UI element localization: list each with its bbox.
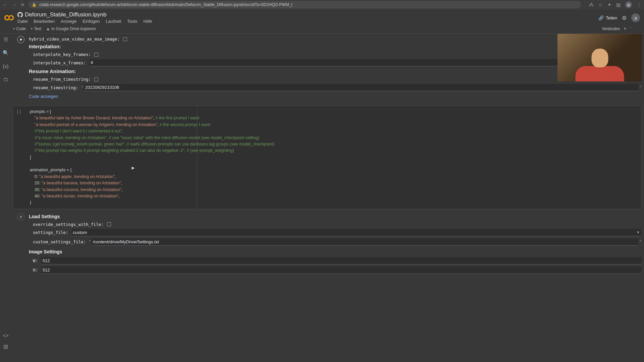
connect-chevron-icon[interactable]: ▼ — [623, 27, 627, 31]
connect-button[interactable]: Verbinden — [602, 26, 620, 31]
custom-settings-file-label: custom_settings_file: — [33, 239, 86, 244]
w-label: W: — [33, 258, 38, 263]
quote-open: " — [89, 239, 91, 244]
quote-close: " — [640, 85, 641, 90]
menu-datei[interactable]: Datei — [17, 19, 28, 24]
share-icon: 🔗 — [598, 15, 604, 20]
translate-icon[interactable]: ⁂ — [589, 2, 594, 7]
forward-icon[interactable]: → — [12, 2, 17, 7]
override-settings-label: override_settings_with_file: — [33, 222, 104, 227]
resume-heading: Resume Animation: — [29, 68, 641, 74]
resume-from-timestring-checkbox[interactable] — [94, 77, 98, 81]
add-code-button[interactable]: + Code — [13, 26, 26, 31]
override-settings-checkbox[interactable] — [107, 222, 111, 226]
folder-icon[interactable]: 🗀 — [3, 76, 8, 82]
share-button[interactable]: 🔗 Teilen — [598, 15, 617, 20]
chevron-down-icon: ▼ — [636, 230, 640, 234]
code-content[interactable]: prompts = [ "a beautiful lake by Asher B… — [30, 109, 637, 206]
h-input[interactable] — [41, 266, 641, 274]
sidebar: ☰ 🔍 {x} 🗀 <> ▤ — [0, 34, 11, 353]
menu-icon[interactable]: ⋮ — [637, 2, 641, 7]
code-ruler — [197, 106, 197, 209]
notebook-content[interactable]: hybrid_video_use_video_as_mse_image: Int… — [11, 34, 644, 353]
interpolate-x-frames-label: interpolate_x_frames: — [33, 60, 86, 65]
copy-drive-button[interactable]: ▲ In Google Drive kopieren — [46, 26, 96, 31]
extensions-icon[interactable]: ✦ — [607, 2, 611, 7]
interpolation-heading: Interpolation: — [29, 44, 641, 49]
settings-file-label: settings_file: — [33, 230, 68, 235]
custom-settings-file-input[interactable] — [92, 238, 639, 246]
menu-bar: Datei Bearbeiten Anzeige Einfügen Laufze… — [17, 19, 598, 24]
code-anzeigen-link[interactable]: Code anzeigen — [29, 94, 641, 99]
menu-bearbeiten[interactable]: Bearbeiten — [34, 19, 55, 24]
menu-hilfe[interactable]: Hilfe — [143, 19, 152, 24]
bookmark-icon[interactable]: ☆ — [598, 2, 603, 7]
form-cell-load-settings: Load Settings override_settings_with_fil… — [13, 213, 641, 277]
terminal-icon[interactable]: ▤ — [3, 344, 8, 350]
colab-logo-icon — [4, 13, 14, 23]
resume-timestring-label: resume_timestring: — [33, 85, 78, 90]
h-label: H: — [33, 267, 38, 273]
profile-avatar[interactable]: a — [625, 1, 632, 8]
resume-from-timestring-label: resume_from_timestring: — [33, 77, 91, 82]
chevron-up-icon[interactable]: ˆ — [630, 27, 631, 31]
menu-laufzeit[interactable]: Laufzeit — [106, 19, 121, 24]
variables-icon[interactable]: {x} — [3, 63, 9, 69]
lock-icon: 🔒 — [32, 3, 37, 7]
resume-timestring-input[interactable] — [84, 84, 638, 91]
menu-tools[interactable]: Tools — [127, 19, 137, 24]
colab-header: Deforum_Stable_Diffusion.ipynb Datei Bea… — [0, 9, 644, 24]
hybrid-video-label: hybrid_video_use_video_as_mse_image: — [29, 37, 120, 42]
toc-icon[interactable]: ☰ — [4, 37, 8, 43]
settings-file-value: custom — [73, 230, 636, 235]
webcam-overlay — [557, 34, 642, 81]
run-button[interactable] — [17, 36, 24, 43]
url-text: colab.research.google.com/github/deforum… — [39, 2, 292, 7]
quote-close: " — [640, 239, 641, 244]
reload-icon[interactable]: ⟳ — [21, 2, 24, 7]
quote-open: " — [82, 85, 83, 90]
interpolate-key-frames-checkbox[interactable] — [94, 53, 98, 57]
prompts-code-cell[interactable]: [ ] prompts = [ "a beautiful lake by Ash… — [13, 106, 641, 209]
browser-actions: ⁂ ☆ ✦ ▤ a ⋮ — [589, 1, 641, 8]
menu-einfuegen[interactable]: Einfügen — [83, 19, 100, 24]
toolbar: + Code + Text ▲ In Google Drive kopieren… — [0, 24, 644, 34]
browser-toolbar: ← → ⟳ 🔒 colab.research.google.com/github… — [0, 0, 644, 9]
add-text-button[interactable]: + Text — [31, 26, 41, 31]
github-icon — [17, 12, 23, 17]
run-button[interactable] — [17, 213, 24, 221]
load-settings-heading: Load Settings — [29, 214, 641, 219]
nav-arrows: ← → — [3, 2, 17, 7]
gear-icon[interactable]: ⚙ — [622, 15, 627, 21]
hybrid-video-checkbox[interactable] — [123, 37, 127, 41]
share-label: Teilen — [606, 15, 617, 20]
drive-icon: ▲ — [46, 26, 50, 31]
image-settings-heading: Image Settings — [29, 249, 641, 254]
settings-file-select[interactable]: custom ▼ — [71, 229, 641, 236]
side-panel-icon[interactable]: ▤ — [616, 2, 621, 7]
copy-drive-label: In Google Drive kopieren — [51, 26, 96, 31]
search-icon[interactable]: 🔍 — [3, 50, 9, 56]
svg-point-0 — [5, 16, 9, 20]
url-bar[interactable]: 🔒 colab.research.google.com/github/defor… — [29, 1, 581, 8]
form-cell-animation: hybrid_video_use_video_as_mse_image: Int… — [13, 34, 641, 103]
notebook-title[interactable]: Deforum_Stable_Diffusion.ipynb — [25, 11, 107, 18]
cell-execution-indicator[interactable]: [ ] — [17, 109, 20, 115]
snippets-icon[interactable]: <> — [3, 333, 9, 338]
user-avatar[interactable]: a — [631, 13, 640, 22]
menu-anzeige[interactable]: Anzeige — [61, 19, 76, 24]
w-input[interactable] — [41, 257, 641, 264]
interpolate-key-frames-label: interpolate_key_frames: — [33, 52, 91, 57]
back-icon[interactable]: ← — [3, 2, 7, 7]
